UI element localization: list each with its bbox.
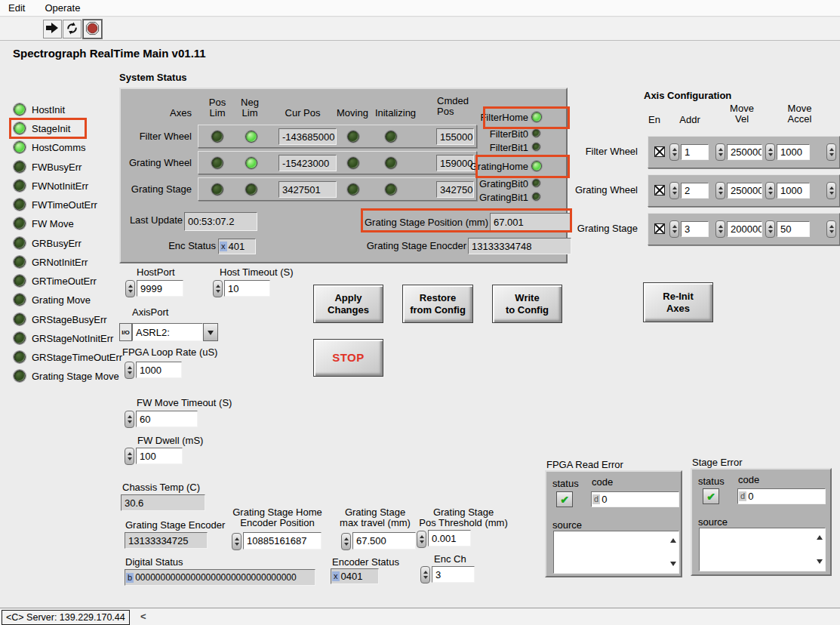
addr-spinner[interactable] xyxy=(669,143,679,161)
move-vel-spinner[interactable] xyxy=(715,220,725,238)
menu-operate[interactable]: Operate xyxy=(45,2,80,14)
fpga-loop-rate-input[interactable]: 1000 xyxy=(136,362,182,378)
en-checkbox[interactable] xyxy=(654,185,665,196)
axisport-label: AxisPort xyxy=(132,307,168,318)
led-grstagebusyerr xyxy=(14,313,26,325)
hex-radix[interactable]: x xyxy=(220,242,227,251)
abort-button[interactable] xyxy=(83,20,102,38)
fw-move-timeout-input[interactable]: 60 xyxy=(136,411,198,427)
run-continuous-button[interactable] xyxy=(63,20,82,38)
scroll-left-icon[interactable]: < xyxy=(140,611,146,622)
pos-lim-led xyxy=(211,157,223,169)
scroll-down-icon[interactable] xyxy=(817,559,823,567)
enc-ch-label: Enc Ch xyxy=(434,554,466,565)
axis-config-row-filter-wheel: 1 250000 1000 xyxy=(648,136,840,168)
move-vel-input[interactable]: 250000 xyxy=(727,144,762,160)
chevron-down-icon xyxy=(208,331,214,338)
led-fwmove xyxy=(14,217,26,229)
scroll-up-icon[interactable] xyxy=(817,532,823,540)
axis-config-header-en: En xyxy=(643,115,666,125)
filterhome-led xyxy=(531,112,542,122)
led-label: GRStageNotInitErr xyxy=(32,334,113,344)
move-vel-input[interactable]: 250000 xyxy=(727,183,762,199)
led-label: GRBusyErr xyxy=(32,239,82,249)
gs-pos-threshold-input[interactable]: 0.001 xyxy=(428,530,471,546)
axis-config-row-label: Filter Wheel xyxy=(562,146,638,157)
led-label: HostInit xyxy=(32,105,65,115)
move-accel-spinner[interactable] xyxy=(765,143,775,161)
move-accel-spinner[interactable] xyxy=(765,182,775,199)
move-accel-input[interactable]: 50 xyxy=(777,221,810,237)
addr-input[interactable]: 3 xyxy=(681,221,709,237)
axisport-dropdown-button[interactable] xyxy=(203,323,218,341)
host-timeout-spinner[interactable] xyxy=(213,280,223,297)
status-row-filter-wheel: -143685000 155000 xyxy=(198,125,477,148)
enc-status-value: x 401 xyxy=(218,239,256,254)
extra-spinner[interactable] xyxy=(826,143,836,161)
gs-pos-threshold-spinner[interactable] xyxy=(417,531,426,548)
system-status-panel: Axes Pos Lim Neg Lim Cur Pos Moving Init… xyxy=(119,88,568,263)
reinit-axes-button[interactable]: Re-Init Axes xyxy=(643,282,713,322)
grating-stage-position-value: 67.001 xyxy=(490,213,571,232)
move-vel-spinner[interactable] xyxy=(715,182,725,199)
fw-dwell-spinner[interactable] xyxy=(125,448,134,465)
addr-input[interactable]: 2 xyxy=(681,183,709,199)
binary-radix[interactable]: b xyxy=(126,573,134,583)
led-grstagenotiniterr xyxy=(14,332,26,344)
axis-config-header-vel: Move Vel xyxy=(723,103,761,125)
error-code-value: d 0 xyxy=(591,491,679,507)
scroll-up-icon[interactable] xyxy=(670,535,676,543)
gs-max-travel-input[interactable]: 67.500 xyxy=(352,532,416,550)
filterbit0-led xyxy=(532,129,540,137)
hex-radix[interactable]: x xyxy=(332,571,340,581)
hostport-input[interactable]: 9999 xyxy=(137,280,183,297)
menu-edit[interactable]: Edit xyxy=(8,2,25,14)
extra-spinner[interactable] xyxy=(826,182,836,199)
row-label-grating-stage: Grating Stage xyxy=(114,184,192,195)
move-accel-input[interactable]: 1000 xyxy=(777,144,810,160)
addr-input[interactable]: 1 xyxy=(681,144,709,160)
move-vel-spinner[interactable] xyxy=(715,143,725,161)
scroll-down-icon[interactable] xyxy=(670,562,676,569)
moving-led xyxy=(347,183,359,196)
enc-ch-input[interactable]: 3 xyxy=(432,566,475,583)
move-accel-input[interactable]: 1000 xyxy=(777,183,810,199)
apply-changes-button[interactable]: Apply Changes xyxy=(313,285,383,323)
stop-button[interactable]: STOP xyxy=(313,339,383,377)
check-icon: ✔ xyxy=(560,494,569,506)
gs-max-travel-spinner[interactable] xyxy=(341,533,351,550)
write-to-config-button[interactable]: Write to Config xyxy=(492,285,562,323)
pos-lim-led xyxy=(211,131,223,143)
enc-ch-spinner[interactable] xyxy=(420,566,430,583)
addr-spinner[interactable] xyxy=(669,220,679,238)
move-vel-input[interactable]: 200000 xyxy=(727,221,762,237)
server-address-box: <C> Server: 139.229.170.44 xyxy=(2,610,130,625)
axis-config-row-label: Grating Stage xyxy=(562,223,638,234)
en-checkbox[interactable] xyxy=(654,146,665,157)
fw-move-timeout-spinner[interactable] xyxy=(125,411,134,428)
visa-io-icon: I/O xyxy=(119,323,132,341)
axisport-combo[interactable]: ASRL2: xyxy=(132,323,203,341)
hostport-spinner[interactable] xyxy=(125,280,135,297)
restore-from-config-button[interactable]: Restore from Config xyxy=(402,285,473,323)
gs-home-encoder-input[interactable]: 10885161687 xyxy=(243,532,322,550)
host-timeout-input[interactable]: 10 xyxy=(224,280,270,297)
led-grnotiniterr xyxy=(14,256,26,268)
led-label: Grating Stage Move xyxy=(32,371,119,382)
led-label: GRStageBusyErr xyxy=(32,315,107,325)
extra-spinner[interactable] xyxy=(826,220,836,238)
fw-dwell-input[interactable]: 100 xyxy=(136,448,183,464)
gs-home-encoder-spinner[interactable] xyxy=(232,533,242,550)
status-row-grating-wheel: -15423000 159000 xyxy=(198,151,477,174)
fpga-loop-rate-spinner[interactable] xyxy=(125,362,134,379)
run-button[interactable] xyxy=(43,20,62,38)
error-status-ok-button: ✔ xyxy=(703,488,719,504)
led-label: GRNotInitErr xyxy=(32,257,88,268)
move-accel-spinner[interactable] xyxy=(765,220,775,238)
led-fwtimeouterr xyxy=(14,199,26,211)
led-grstagetimeouterr xyxy=(14,351,26,363)
en-checkbox[interactable] xyxy=(654,223,665,234)
cur-pos-indicator: 3427501 xyxy=(278,181,337,198)
led-gratingmove xyxy=(14,294,26,306)
addr-spinner[interactable] xyxy=(669,182,679,199)
